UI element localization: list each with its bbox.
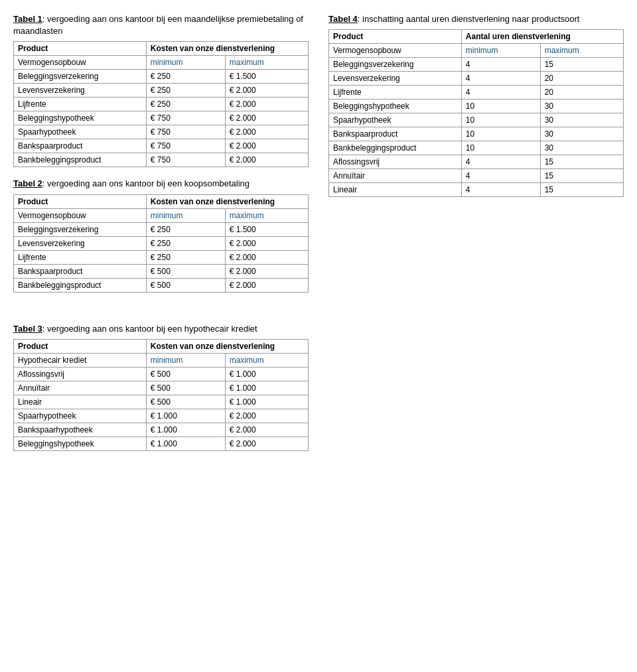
tabel2-product-header: Product bbox=[14, 194, 147, 208]
tabel2-row-beleggingsverzekering-max: € 1.500 bbox=[225, 222, 308, 236]
tabel1-row-levensverzekering-max: € 2.000 bbox=[225, 84, 308, 98]
tabel4-row-vermogensopbouw-min: minimum bbox=[461, 44, 540, 58]
tabel2-table: Product Kosten van onze dienstverlening … bbox=[13, 194, 309, 293]
tabel2-row-beleggingsverzekering-min: € 250 bbox=[146, 222, 225, 236]
tabel2-row-bankbeleggingsproduct-min: € 500 bbox=[146, 278, 225, 292]
tabel1-row-vermogensopbouw-max: maximum bbox=[225, 56, 308, 70]
tabel1-row-beleggingsverzekering-min: € 250 bbox=[146, 70, 225, 84]
tabel4-row-lijfrente-min: 4 bbox=[461, 86, 540, 100]
tabel3-row-spaarhypotheek-max: € 2.000 bbox=[225, 409, 308, 423]
tabel4-aantal-header: Aantal uren dienstverlening bbox=[461, 30, 623, 44]
tabel4-table: Product Aantal uren dienstverlening Verm… bbox=[328, 29, 624, 197]
tabel4-row-levensverzekering-product: Levensverzekering bbox=[329, 72, 462, 86]
tabel3-row-aflossingsvrij-min: € 500 bbox=[146, 367, 225, 381]
tabel3-row-annuitair-max: € 1.000 bbox=[225, 381, 308, 395]
tabel3-row-hypothecair-product: Hypothecair krediet bbox=[14, 353, 147, 367]
tabel1-row-bankbeleggingsproduct-max: € 2.000 bbox=[225, 153, 308, 167]
tabel2-row-vermogensopbouw-product: Vermogensopbouw bbox=[14, 208, 147, 222]
tabel3-row-beleggingshypotheek-max: € 2.000 bbox=[225, 437, 308, 450]
tabel4-row-lineair-product: Lineair bbox=[329, 183, 462, 197]
tabel2-row-bankbeleggingsproduct-max: € 2.000 bbox=[225, 278, 308, 292]
tabel3-title: Tabel 3: vergoeding aan ons kantoor bij … bbox=[13, 323, 309, 335]
tabel3-row-lineair-product: Lineair bbox=[14, 395, 147, 409]
tabel3-row-hypothecair-max: maximum bbox=[225, 353, 308, 367]
tabel4-row-beleggingsverzekering-max: 15 bbox=[540, 58, 623, 72]
tabel1-row-beleggingsverzekering-max: € 1.500 bbox=[225, 70, 308, 84]
tabel1-row-lijfrente-max: € 2.000 bbox=[225, 98, 308, 111]
tabel3-row-lineair-max: € 1.000 bbox=[225, 395, 308, 409]
tabel4-row-beleggingsverzekering-min: 4 bbox=[461, 58, 540, 72]
tabel3-row-beleggingshypotheek-min: € 1.000 bbox=[146, 437, 225, 450]
tabel1-row-lijfrente-min: € 250 bbox=[146, 98, 225, 111]
tabel4-row-beleggingshypotheek-product: Beleggingshypotheek bbox=[329, 100, 462, 113]
tabel4-row-bankbeleggingsproduct-product: Bankbeleggingsproduct bbox=[329, 141, 462, 155]
tabel4-row-bankspaarproduct-product: Bankspaarproduct bbox=[329, 127, 462, 141]
tabel3-row-lineair-min: € 500 bbox=[146, 395, 225, 409]
tabel1-row-levensverzekering-product: Levensverzekering bbox=[14, 84, 147, 98]
tabel4-product-header: Product bbox=[329, 30, 462, 44]
tabel1-row-beleggingshypotheek-product: Beleggingshypotheek bbox=[14, 111, 147, 125]
tabel3-row-annuitair-min: € 500 bbox=[146, 381, 225, 395]
tabel1-title: Tabel 1: vergoeding aan ons kantoor bij … bbox=[13, 13, 309, 37]
tabel4-row-bankspaarproduct-max: 30 bbox=[540, 127, 623, 141]
tabel1-row-bankspaarproduct-max: € 2.000 bbox=[225, 139, 308, 153]
tabel2-title: Tabel 2: vergoeding aan ons kantoor bij … bbox=[13, 178, 309, 190]
tabel3-row-spaarhypotheek-min: € 1.000 bbox=[146, 409, 225, 423]
tabel3-product-header: Product bbox=[14, 339, 147, 353]
tabel1-row-vermogensopbouw-min: minimum bbox=[146, 56, 225, 70]
tabel4-row-beleggingsverzekering-product: Beleggingsverzekering bbox=[329, 58, 462, 72]
tabel3-row-hypothecair-min: minimum bbox=[146, 353, 225, 367]
tabel4-row-spaarhypotheek-product: Spaarhypotheek bbox=[329, 113, 462, 127]
tabel4-title: Tabel 4: inschatting aantal uren dienstv… bbox=[328, 13, 624, 25]
tabel4-row-lijfrente-max: 20 bbox=[540, 86, 623, 100]
tabel2-row-lijfrente-min: € 250 bbox=[146, 250, 225, 264]
tabel3-row-beleggingshypotheek-product: Beleggingshypotheek bbox=[14, 437, 147, 450]
tabel1-product-header: Product bbox=[14, 42, 147, 56]
tabel3-row-spaarhypotheek-product: Spaarhypotheek bbox=[14, 409, 147, 423]
tabel4-row-spaarhypotheek-max: 30 bbox=[540, 113, 623, 127]
tabel3-row-bankspaarhypotheek-min: € 1.000 bbox=[146, 423, 225, 437]
tabel2-row-vermogensopbouw-min: minimum bbox=[146, 208, 225, 222]
tabel4-row-aflossingsvrij-max: 15 bbox=[540, 155, 623, 169]
tabel4-row-beleggingshypotheek-min: 10 bbox=[461, 100, 540, 113]
tabel4-row-annuitair-max: 15 bbox=[540, 169, 623, 183]
tabel4-row-vermogensopbouw-max: maximum bbox=[540, 44, 623, 58]
tabel1-row-bankspaarproduct-min: € 750 bbox=[146, 139, 225, 153]
tabel4-row-bankbeleggingsproduct-min: 10 bbox=[461, 141, 540, 155]
tabel1-row-spaarhypotheek-product: Spaarhypotheek bbox=[14, 125, 147, 139]
tabel4-row-annuitair-min: 4 bbox=[461, 169, 540, 183]
tabel1-row-spaarhypotheek-min: € 750 bbox=[146, 125, 225, 139]
tabel2-row-levensverzekering-min: € 250 bbox=[146, 236, 225, 250]
tabel1-kosten-header: Kosten van onze dienstverlening bbox=[146, 42, 308, 56]
tabel1-row-vermogensopbouw-product: Vermogensopbouw bbox=[14, 56, 147, 70]
tabel4-row-spaarhypotheek-min: 10 bbox=[461, 113, 540, 127]
tabel2-row-beleggingsverzekering-product: Beleggingsverzekering bbox=[14, 222, 147, 236]
tabel1-table: Product Kosten van onze dienstverlening … bbox=[13, 41, 309, 167]
tabel3-kosten-header: Kosten van onze dienstverlening bbox=[146, 339, 308, 353]
tabel1-row-levensverzekering-min: € 250 bbox=[146, 84, 225, 98]
tabel4-row-vermogensopbouw-product: Vermogensopbouw bbox=[329, 44, 462, 58]
tabel4-row-lineair-max: 15 bbox=[540, 183, 623, 197]
tabel1-row-bankbeleggingsproduct-product: Bankbeleggingsproduct bbox=[14, 153, 147, 167]
tabel3-row-bankspaarhypotheek-product: Bankspaarhypotheek bbox=[14, 423, 147, 437]
tabel2-kosten-header: Kosten van onze dienstverlening bbox=[146, 194, 308, 208]
tabel2-row-bankspaarproduct-product: Bankspaarproduct bbox=[14, 264, 147, 278]
tabel1-row-beleggingsverzekering-product: Beleggingsverzekering bbox=[14, 70, 147, 84]
tabel2-row-levensverzekering-max: € 2.000 bbox=[225, 236, 308, 250]
tabel2-row-lijfrente-max: € 2.000 bbox=[225, 250, 308, 264]
tabel4-row-levensverzekering-max: 20 bbox=[540, 72, 623, 86]
tabel1-row-beleggingshypotheek-min: € 750 bbox=[146, 111, 225, 125]
tabel4-row-bankbeleggingsproduct-max: 30 bbox=[540, 141, 623, 155]
tabel4-row-annuitair-product: Annuïtair bbox=[329, 169, 462, 183]
tabel3-table: Product Kosten van onze dienstverlening … bbox=[13, 339, 309, 451]
tabel3-row-annuitair-product: Annuïtair bbox=[14, 381, 147, 395]
tabel3-row-aflossingsvrij-product: Aflossingsvrij bbox=[14, 367, 147, 381]
tabel2-row-bankspaarproduct-max: € 2.000 bbox=[225, 264, 308, 278]
tabel4-row-bankspaarproduct-min: 10 bbox=[461, 127, 540, 141]
tabel2-row-levensverzekering-product: Levensverzekering bbox=[14, 236, 147, 250]
tabel1-row-bankbeleggingsproduct-min: € 750 bbox=[146, 153, 225, 167]
tabel4-row-beleggingshypotheek-max: 30 bbox=[540, 100, 623, 113]
tabel4-row-levensverzekering-min: 4 bbox=[461, 72, 540, 86]
tabel4-row-aflossingsvrij-product: Aflossingsvrij bbox=[329, 155, 462, 169]
tabel2-row-bankbeleggingsproduct-product: Bankbeleggingsproduct bbox=[14, 278, 147, 292]
